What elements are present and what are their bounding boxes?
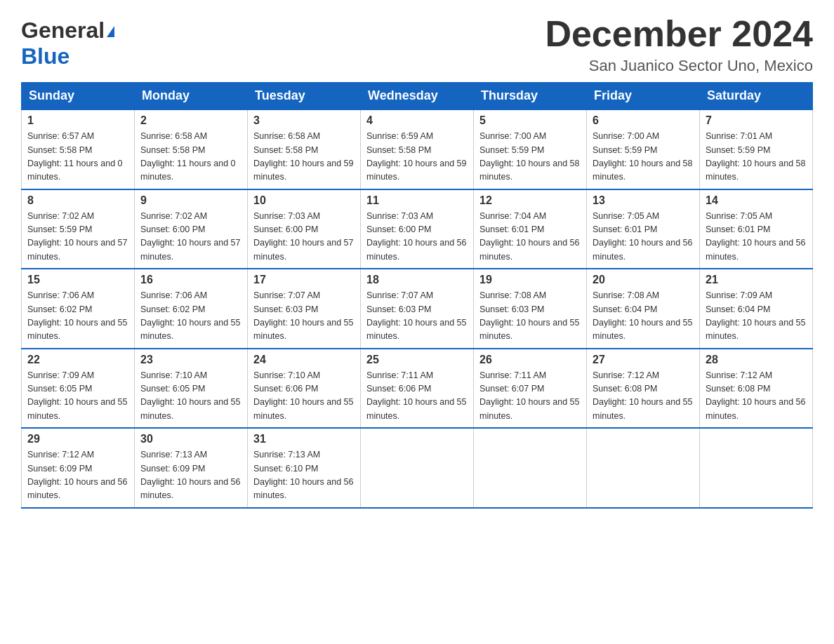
day-number: 29: [27, 433, 128, 445]
page-header: General Blue December 2024 San Juanico S…: [21, 14, 813, 75]
calendar-cell: 6 Sunrise: 7:00 AMSunset: 5:59 PMDayligh…: [587, 109, 700, 189]
calendar-cell: 18 Sunrise: 7:07 AMSunset: 6:03 PMDaylig…: [361, 269, 474, 349]
header-thursday: Thursday: [474, 83, 587, 110]
day-info: Sunrise: 7:12 AMSunset: 6:08 PMDaylight:…: [706, 369, 807, 424]
day-number: 27: [593, 354, 694, 366]
day-info: Sunrise: 6:59 AMSunset: 5:58 PMDaylight:…: [366, 130, 468, 185]
day-info: Sunrise: 7:07 AMSunset: 6:03 PMDaylight:…: [366, 289, 468, 344]
logo: General Blue: [21, 14, 114, 69]
day-info: Sunrise: 7:06 AMSunset: 6:02 PMDaylight:…: [140, 289, 241, 344]
logo-blue: Blue: [21, 43, 70, 69]
day-number: 20: [593, 274, 694, 286]
day-number: 23: [140, 354, 241, 366]
calendar-week-row: 22 Sunrise: 7:09 AMSunset: 6:05 PMDaylig…: [22, 349, 813, 429]
day-info: Sunrise: 7:08 AMSunset: 6:04 PMDaylight:…: [593, 289, 694, 344]
day-info: Sunrise: 7:06 AMSunset: 6:02 PMDaylight:…: [27, 289, 128, 344]
day-info: Sunrise: 7:12 AMSunset: 6:09 PMDaylight:…: [27, 448, 128, 503]
day-number: 8: [27, 194, 128, 207]
day-number: 1: [27, 114, 128, 127]
day-info: Sunrise: 7:02 AMSunset: 5:59 PMDaylight:…: [27, 210, 128, 264]
day-number: 13: [593, 194, 694, 207]
location-title: San Juanico Sector Uno, Mexico: [545, 57, 813, 75]
day-number: 11: [366, 194, 468, 207]
day-info: Sunrise: 6:58 AMSunset: 5:58 PMDaylight:…: [253, 130, 355, 185]
calendar-cell: 28 Sunrise: 7:12 AMSunset: 6:08 PMDaylig…: [700, 349, 813, 429]
title-section: December 2024 San Juanico Sector Uno, Me…: [545, 14, 813, 75]
day-info: Sunrise: 7:03 AMSunset: 6:00 PMDaylight:…: [253, 210, 355, 264]
calendar-cell: 4 Sunrise: 6:59 AMSunset: 5:58 PMDayligh…: [361, 109, 474, 189]
day-number: 18: [366, 274, 468, 286]
calendar-cell: 15 Sunrise: 7:06 AMSunset: 6:02 PMDaylig…: [22, 269, 135, 349]
month-title: December 2024: [545, 14, 813, 54]
header-sunday: Sunday: [22, 83, 135, 110]
day-number: 17: [253, 274, 355, 286]
day-info: Sunrise: 7:04 AMSunset: 6:01 PMDaylight:…: [479, 210, 581, 264]
calendar-cell: 25 Sunrise: 7:11 AMSunset: 6:06 PMDaylig…: [361, 349, 474, 429]
day-info: Sunrise: 7:09 AMSunset: 6:04 PMDaylight:…: [706, 289, 807, 344]
calendar-cell: 19 Sunrise: 7:08 AMSunset: 6:03 PMDaylig…: [474, 269, 587, 349]
day-info: Sunrise: 7:03 AMSunset: 6:00 PMDaylight:…: [366, 210, 468, 264]
calendar-cell: 16 Sunrise: 7:06 AMSunset: 6:02 PMDaylig…: [135, 269, 248, 349]
calendar-cell: 22 Sunrise: 7:09 AMSunset: 6:05 PMDaylig…: [22, 349, 135, 429]
day-info: Sunrise: 7:09 AMSunset: 6:05 PMDaylight:…: [27, 369, 128, 424]
day-number: 10: [253, 194, 355, 207]
day-number: 31: [253, 433, 355, 445]
calendar-week-row: 8 Sunrise: 7:02 AMSunset: 5:59 PMDayligh…: [22, 189, 813, 269]
day-info: Sunrise: 7:08 AMSunset: 6:03 PMDaylight:…: [479, 289, 581, 344]
day-number: 30: [140, 433, 241, 445]
calendar-week-row: 15 Sunrise: 7:06 AMSunset: 6:02 PMDaylig…: [22, 269, 813, 349]
calendar-cell: 9 Sunrise: 7:02 AMSunset: 6:00 PMDayligh…: [135, 189, 248, 269]
day-number: 19: [479, 274, 581, 286]
day-number: 28: [706, 354, 807, 366]
calendar-cell: 2 Sunrise: 6:58 AMSunset: 5:58 PMDayligh…: [135, 109, 248, 189]
day-number: 15: [27, 274, 128, 286]
calendar-week-row: 29 Sunrise: 7:12 AMSunset: 6:09 PMDaylig…: [22, 428, 813, 508]
day-info: Sunrise: 7:12 AMSunset: 6:08 PMDaylight:…: [593, 369, 694, 424]
day-info: Sunrise: 7:11 AMSunset: 6:06 PMDaylight:…: [366, 369, 468, 424]
day-number: 21: [706, 274, 807, 286]
header-friday: Friday: [587, 83, 700, 110]
calendar-cell: 20 Sunrise: 7:08 AMSunset: 6:04 PMDaylig…: [587, 269, 700, 349]
day-number: 26: [479, 354, 581, 366]
calendar-cell: 27 Sunrise: 7:12 AMSunset: 6:08 PMDaylig…: [587, 349, 700, 429]
calendar-cell: 7 Sunrise: 7:01 AMSunset: 5:59 PMDayligh…: [700, 109, 813, 189]
calendar-cell: 8 Sunrise: 7:02 AMSunset: 5:59 PMDayligh…: [22, 189, 135, 269]
day-info: Sunrise: 6:57 AMSunset: 5:58 PMDaylight:…: [27, 130, 128, 185]
calendar-cell: 13 Sunrise: 7:05 AMSunset: 6:01 PMDaylig…: [587, 189, 700, 269]
calendar-cell: 21 Sunrise: 7:09 AMSunset: 6:04 PMDaylig…: [700, 269, 813, 349]
calendar-cell: 17 Sunrise: 7:07 AMSunset: 6:03 PMDaylig…: [248, 269, 361, 349]
day-number: 4: [366, 114, 468, 127]
calendar-cell: 5 Sunrise: 7:00 AMSunset: 5:59 PMDayligh…: [474, 109, 587, 189]
calendar-cell: 3 Sunrise: 6:58 AMSunset: 5:58 PMDayligh…: [248, 109, 361, 189]
calendar-cell: 12 Sunrise: 7:04 AMSunset: 6:01 PMDaylig…: [474, 189, 587, 269]
day-number: 6: [593, 114, 694, 127]
calendar-cell: 10 Sunrise: 7:03 AMSunset: 6:00 PMDaylig…: [248, 189, 361, 269]
logo-triangle-icon: [107, 26, 114, 37]
header-monday: Monday: [135, 83, 248, 110]
calendar-table: SundayMondayTuesdayWednesdayThursdayFrid…: [21, 82, 813, 509]
day-info: Sunrise: 7:11 AMSunset: 6:07 PMDaylight:…: [479, 369, 581, 424]
header-tuesday: Tuesday: [248, 83, 361, 110]
day-info: Sunrise: 7:01 AMSunset: 5:59 PMDaylight:…: [706, 130, 807, 185]
calendar-cell: 24 Sunrise: 7:10 AMSunset: 6:06 PMDaylig…: [248, 349, 361, 429]
calendar-cell: 11 Sunrise: 7:03 AMSunset: 6:00 PMDaylig…: [361, 189, 474, 269]
header-wednesday: Wednesday: [361, 83, 474, 110]
day-info: Sunrise: 7:05 AMSunset: 6:01 PMDaylight:…: [706, 210, 807, 264]
day-info: Sunrise: 7:00 AMSunset: 5:59 PMDaylight:…: [479, 130, 581, 185]
calendar-cell: 1 Sunrise: 6:57 AMSunset: 5:58 PMDayligh…: [22, 109, 135, 189]
header-saturday: Saturday: [700, 83, 813, 110]
day-info: Sunrise: 7:05 AMSunset: 6:01 PMDaylight:…: [593, 210, 694, 264]
day-info: Sunrise: 7:13 AMSunset: 6:10 PMDaylight:…: [253, 448, 355, 503]
day-number: 14: [706, 194, 807, 207]
calendar-header-row: SundayMondayTuesdayWednesdayThursdayFrid…: [22, 83, 813, 110]
day-number: 22: [27, 354, 128, 366]
day-number: 7: [706, 114, 807, 127]
calendar-cell: [361, 428, 474, 508]
day-info: Sunrise: 7:10 AMSunset: 6:06 PMDaylight:…: [253, 369, 355, 424]
day-number: 5: [479, 114, 581, 127]
day-number: 24: [253, 354, 355, 366]
day-info: Sunrise: 6:58 AMSunset: 5:58 PMDaylight:…: [140, 130, 241, 185]
calendar-cell: [587, 428, 700, 508]
day-number: 9: [140, 194, 241, 207]
calendar-cell: 14 Sunrise: 7:05 AMSunset: 6:01 PMDaylig…: [700, 189, 813, 269]
